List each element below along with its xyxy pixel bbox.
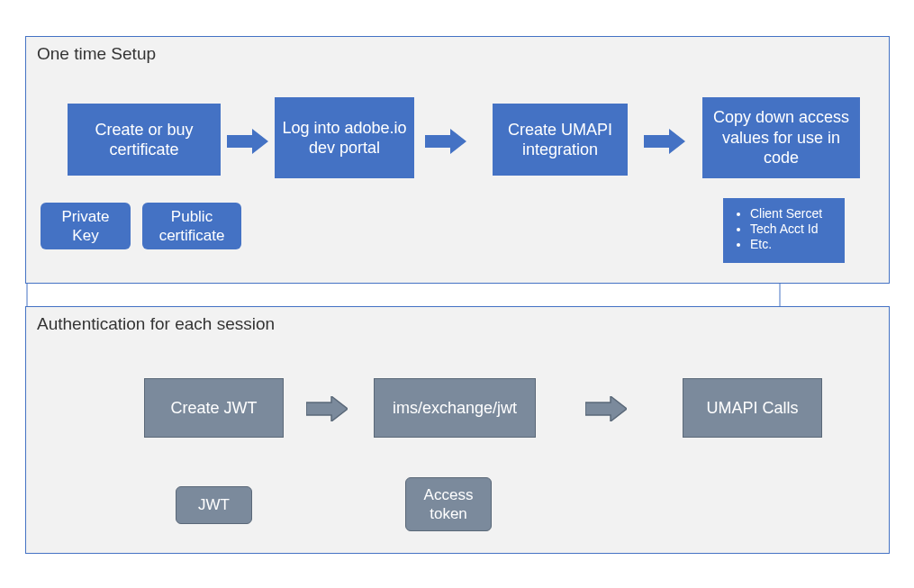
svg-marker-1 xyxy=(227,129,268,154)
svg-marker-5 xyxy=(585,396,627,421)
section-auth-title: Authentication for each session xyxy=(37,314,275,334)
box-private-key: Private Key xyxy=(41,203,131,249)
box-ims-exchange: ims/exchange/jwt xyxy=(374,378,536,438)
svg-marker-4 xyxy=(306,396,348,421)
box-private-key-label: Private Key xyxy=(48,207,123,246)
box-login-portal-label: Log into adobe.io dev portal xyxy=(282,118,407,158)
section-setup-title: One time Setup xyxy=(37,44,156,64)
box-copy-values: Copy down access values for use in code xyxy=(702,97,860,178)
box-create-umapi: Create UMAPI integration xyxy=(493,104,628,176)
box-access-token: Access token xyxy=(405,477,492,531)
list-item: Tech Acct Id xyxy=(750,222,836,236)
box-umapi-calls-label: UMAPI Calls xyxy=(706,398,798,419)
box-public-cert-label: Public certificate xyxy=(149,207,234,246)
svg-marker-3 xyxy=(644,129,685,154)
box-jwt-label: JWT xyxy=(198,495,230,514)
list-item: Client Sercet xyxy=(750,206,836,221)
arrow-icon xyxy=(227,129,268,154)
box-create-cert: Create or buy certificate xyxy=(68,104,221,176)
arrow-icon xyxy=(585,396,627,421)
box-create-umapi-label: Create UMAPI integration xyxy=(500,120,620,160)
list-item: Etc. xyxy=(750,237,836,251)
box-access-values-list: Client Sercet Tech Acct Id Etc. xyxy=(723,198,845,263)
box-create-jwt-label: Create JWT xyxy=(170,398,257,419)
box-public-cert: Public certificate xyxy=(142,203,241,249)
box-create-jwt: Create JWT xyxy=(144,378,284,438)
box-jwt: JWT xyxy=(176,486,252,524)
arrow-icon xyxy=(644,129,685,154)
svg-marker-2 xyxy=(425,129,466,154)
box-copy-values-label: Copy down access values for use in code xyxy=(710,107,853,168)
box-umapi-calls: UMAPI Calls xyxy=(683,378,822,438)
arrow-icon xyxy=(425,129,466,154)
box-ims-exchange-label: ims/exchange/jwt xyxy=(393,398,517,419)
box-create-cert-label: Create or buy certificate xyxy=(75,120,213,160)
arrow-icon xyxy=(306,396,348,421)
box-login-portal: Log into adobe.io dev portal xyxy=(275,97,414,178)
box-access-token-label: Access token xyxy=(413,485,484,524)
